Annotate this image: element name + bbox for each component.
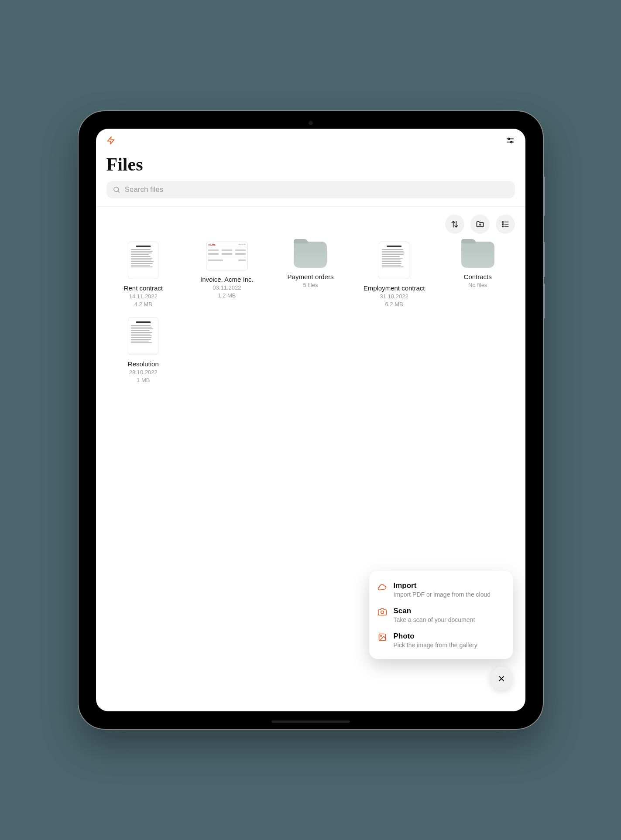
sort-icon <box>450 220 459 229</box>
file-item[interactable]: Resolution 28.10.20221 MB <box>104 318 183 384</box>
add-folder-icon <box>476 220 484 229</box>
popover-item-desc: Pick the image from the gallery <box>394 642 477 649</box>
device-power-button <box>543 177 545 216</box>
file-meta: 28.10.20221 MB <box>129 369 158 384</box>
file-item[interactable]: ACMEINVOICE Invoice, Acme Inc. 03.11.202… <box>187 242 267 308</box>
popover-item-photo[interactable]: Photo Pick the image from the gallery <box>374 628 509 653</box>
popover-item-title: Photo <box>394 632 477 641</box>
add-menu-popover: Import Import PDF or image from the clou… <box>369 571 513 659</box>
file-thumb <box>128 242 158 279</box>
file-item[interactable]: Contracts No files <box>438 242 518 308</box>
home-indicator <box>271 720 350 723</box>
svg-point-2 <box>508 138 510 140</box>
close-icon <box>497 674 506 683</box>
list-icon <box>501 220 510 229</box>
file-name: Payment orders <box>288 273 334 280</box>
top-bar <box>96 129 525 149</box>
close-add-menu-button[interactable] <box>490 667 513 690</box>
file-name: Invoice, Acme Inc. <box>200 276 254 283</box>
file-name: Employment contract <box>364 284 425 292</box>
device-vol-up <box>543 242 545 277</box>
device-vol-down <box>543 283 545 318</box>
search-bar[interactable] <box>106 181 515 198</box>
svg-point-4 <box>510 141 512 143</box>
file-meta: 5 files <box>303 281 318 289</box>
device-camera <box>309 121 313 125</box>
folder-thumb <box>294 242 327 268</box>
svg-point-13 <box>381 611 384 614</box>
bolt-icon[interactable] <box>106 136 115 145</box>
svg-point-9 <box>502 224 503 225</box>
file-name: Resolution <box>128 360 159 368</box>
app-screen: Files Rent contract 14.11.20224.2 MB <box>96 129 525 711</box>
popover-item-desc: Take a scan of your document <box>394 616 475 623</box>
file-meta: 03.11.20221.2 MB <box>213 284 241 299</box>
file-name: Rent contract <box>124 284 163 292</box>
cloud-icon <box>378 582 388 591</box>
file-meta: No files <box>468 281 487 289</box>
popover-item-desc: Import PDF or image from the cloud <box>394 591 491 598</box>
file-meta: 14.11.20224.2 MB <box>129 293 158 308</box>
svg-point-5 <box>114 187 119 192</box>
file-item[interactable]: Payment orders 5 files <box>271 242 350 308</box>
sort-button[interactable] <box>445 215 464 234</box>
file-thumb <box>379 242 409 279</box>
popover-item-title: Scan <box>394 607 475 615</box>
device-frame: Files Rent contract 14.11.20224.2 MB <box>79 111 543 729</box>
image-icon <box>378 633 388 642</box>
file-thumb: ACMEINVOICE <box>206 242 248 270</box>
file-item[interactable]: Rent contract 14.11.20224.2 MB <box>104 242 183 308</box>
search-icon <box>113 186 120 194</box>
camera-icon <box>378 608 388 616</box>
file-name: Contracts <box>464 273 492 280</box>
popover-item-scan[interactable]: Scan Take a scan of your document <box>374 602 509 628</box>
popover-item-title: Import <box>394 581 491 590</box>
page-title: Files <box>96 149 525 179</box>
folder-thumb <box>461 242 494 268</box>
toolbar <box>96 207 525 237</box>
svg-marker-0 <box>107 137 114 144</box>
file-item[interactable]: Employment contract 31.10.20226.2 MB <box>354 242 434 308</box>
search-input[interactable] <box>125 185 509 194</box>
svg-line-6 <box>118 191 119 192</box>
add-folder-button[interactable] <box>470 215 490 234</box>
file-grid: Rent contract 14.11.20224.2 MB ACMEINVOI… <box>96 237 525 393</box>
svg-point-7 <box>502 222 503 223</box>
popover-item-import[interactable]: Import Import PDF or image from the clou… <box>374 577 509 602</box>
sliders-icon[interactable] <box>505 136 515 145</box>
file-meta: 31.10.20226.2 MB <box>380 293 408 308</box>
file-thumb <box>128 318 158 355</box>
svg-point-11 <box>502 226 503 227</box>
svg-point-15 <box>380 635 381 637</box>
list-view-button[interactable] <box>496 215 515 234</box>
